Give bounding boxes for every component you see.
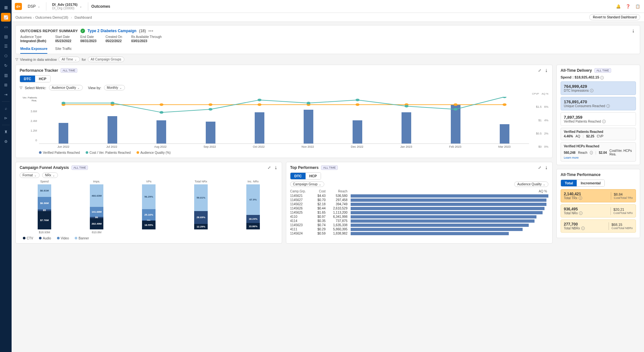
calendar-icon[interactable]: 📋	[634, 3, 641, 10]
toggle-incremental[interactable]: Incremental	[577, 180, 604, 186]
adv-line2: DI_Org (10000)	[52, 6, 78, 10]
svg-point-9	[503, 103, 507, 106]
nav-icon-analytics[interactable]: 📈	[1, 13, 11, 22]
account-selector[interactable]: DSP ⌄	[25, 4, 43, 9]
advertiser-selector[interactable]: DI_Adv (10176) DI_Org (10000) ⌄	[50, 3, 85, 10]
vpr-box: Verified Patients Reached 4.46% AQ|$2.25…	[561, 128, 636, 140]
top-performers-panel: Top Performers ALL TIME ⤢ ⭳ DTC HCP	[286, 162, 553, 244]
svg-point-12	[159, 111, 163, 114]
svg-point-8	[454, 103, 458, 106]
info-icon[interactable]: i	[581, 227, 585, 230]
group-select[interactable]: Campaign Group⌄	[290, 181, 324, 187]
svg-point-14	[258, 99, 261, 101]
viewby-select[interactable]: Monthly⌄	[104, 85, 125, 90]
metric-card[interactable]: 764,999,429DTC Impressions i	[561, 81, 636, 95]
toggle-hcp[interactable]: HCP	[35, 76, 50, 82]
expand-icon[interactable]: ⤢	[538, 165, 541, 170]
x-label: Feb 2023	[449, 145, 461, 148]
bell-icon[interactable]: 🔔	[615, 3, 621, 10]
svg-point-10	[62, 102, 65, 104]
tab-site traffic[interactable]: Site Traffic	[55, 45, 72, 54]
metric-card[interactable]: 7,897,359Verified Patients Reached i	[561, 112, 636, 126]
download-icon[interactable]: ⭳	[274, 165, 278, 170]
crumb-2[interactable]: Outcomes Demo(18)	[35, 15, 68, 19]
perf-card[interactable]: 277,700Total NBRx i$68.15Cost/Total NBRx	[561, 219, 636, 233]
nav-icon-people[interactable]: ⚇	[0, 51, 12, 61]
svg-point-15	[307, 102, 310, 104]
info-icon[interactable]: i	[602, 120, 606, 123]
table-row: 1145622$2.18394,749	[290, 202, 548, 206]
summary-card: OUTCOMES REPORT SUMMARY ✓ Type 2 Diabete…	[15, 25, 640, 54]
download-icon[interactable]: ⭳	[545, 165, 548, 170]
nav-icon-clipboard[interactable]: ▥	[0, 70, 12, 80]
filter-icon[interactable]: ▽	[20, 86, 22, 90]
x-label: Dec 2022	[351, 145, 364, 148]
toggle-total[interactable]: Total	[561, 180, 577, 186]
nav-icon-settings[interactable]: ⚙	[0, 137, 12, 146]
tab-media exposure[interactable]: Media Exposure	[20, 45, 47, 54]
adv-line1: DI_Adv (10176)	[52, 3, 78, 6]
metric-card[interactable]: 176,891,470Unique Consumers Reached i	[561, 97, 636, 110]
nrx-select[interactable]: NRx⌄	[42, 172, 58, 178]
x-label: Oct 2022	[253, 145, 265, 148]
more-icon[interactable]: •••	[148, 29, 154, 33]
format-select[interactable]: Format⌄	[20, 172, 40, 178]
nav-icon-dashboard[interactable]: ▦	[0, 3, 12, 12]
toggle-hcp[interactable]: HCP	[306, 173, 321, 179]
filter-bar: ▽ Viewing in data window All Time⌄ for A…	[15, 57, 640, 62]
crumb-3: Dashboard	[75, 15, 92, 19]
table-row: 1145621$4.43536,580	[290, 194, 548, 198]
funnel-column: Inc. NRx13.86%18.24%67.9%	[228, 180, 278, 234]
toggle-dtc[interactable]: DTC	[20, 76, 35, 82]
expand-icon[interactable]: ⤢	[268, 165, 271, 170]
side-nav: ▦ 📈 ▭ ▤ ☰ ⚇ ↻ ▥ ⊞ ⇥ ⌕ ⊳ ♜ ⚙	[0, 0, 12, 352]
info-icon[interactable]: i	[579, 196, 582, 200]
info-icon[interactable]: i	[606, 104, 610, 108]
nav-icon-screen[interactable]: ▭	[0, 22, 12, 32]
metric-select[interactable]: Audience Quality⌄	[514, 181, 548, 187]
download-icon[interactable]: ⭳	[545, 68, 548, 73]
expand-icon[interactable]: ⤢	[538, 68, 541, 73]
filter-icon[interactable]: ▽	[15, 57, 18, 61]
nav-icon-search[interactable]: ⌕	[0, 104, 12, 113]
delivery-panel: All-Time Delivery ALL TIME Spend : $18,9…	[556, 65, 640, 165]
nav-icon-tree[interactable]: ♜	[0, 127, 12, 137]
summary-field: Start Date05/23/2022	[55, 35, 71, 43]
help-icon[interactable]: ❓	[625, 3, 631, 10]
perf-card[interactable]: 2,140,421Total TRx i$8.84Cost/Total TRx	[561, 189, 636, 202]
info-icon[interactable]: i	[600, 76, 604, 79]
nav-icon-network[interactable]: ⊞	[0, 80, 12, 90]
download-icon[interactable]: ⭳	[631, 29, 635, 33]
nav-icon-export[interactable]: ⇥	[0, 90, 12, 99]
account-label: DSP	[28, 4, 36, 9]
perf-card[interactable]: 936,495Total NRx i$20.21Cost/Total NRx	[561, 204, 636, 218]
time-window-select[interactable]: All Time⌄	[59, 57, 80, 62]
topbar: d+ DSP ⌄ DI_Adv (10176) DI_Org (10000) ⌄…	[12, 0, 644, 13]
nav-icon-grid[interactable]: ▤	[0, 32, 12, 42]
crumb-1[interactable]: Outcomes	[15, 15, 32, 19]
learn-more-link[interactable]: Learn more	[564, 156, 633, 159]
x-label: Jan 2023	[400, 145, 412, 148]
summary-field: Rx Available Through03/01/2023	[131, 35, 162, 43]
chevron-down-icon: ⌄	[80, 5, 82, 8]
x-label: Nov 2022	[302, 145, 314, 148]
nav-icon-doc[interactable]: ☰	[0, 42, 12, 51]
campaign-groups-select[interactable]: All Campaign Groups	[88, 57, 124, 62]
info-icon[interactable]: i	[590, 151, 593, 154]
nav-icon-refresh[interactable]: ↻	[0, 61, 12, 70]
svg-point-13	[209, 108, 213, 111]
x-label: Jul 2022	[106, 145, 117, 148]
svg-point-19	[503, 97, 507, 98]
vhr-box: Verified HCPs Reached 560,248 Reach i|$2…	[561, 142, 636, 162]
x-label: Sep 2022	[204, 145, 216, 148]
metric-select[interactable]: Audience Quality⌄	[49, 85, 83, 90]
info-icon[interactable]: i	[590, 89, 593, 92]
revert-button[interactable]: Revert to Standard Dashboard	[589, 14, 640, 20]
nav-icon-tag[interactable]: ⊳	[0, 113, 12, 123]
info-icon[interactable]: i	[579, 211, 582, 215]
summary-field: Audience TypeIntegrated (Both)	[20, 35, 46, 43]
campaign-name[interactable]: Type 2 Diabetes Campaign	[88, 29, 137, 33]
panel-title: Performance Tracker	[20, 68, 58, 73]
panel-title: Campaign Funnel Analysis	[20, 165, 69, 170]
toggle-dtc[interactable]: DTC	[290, 173, 306, 179]
